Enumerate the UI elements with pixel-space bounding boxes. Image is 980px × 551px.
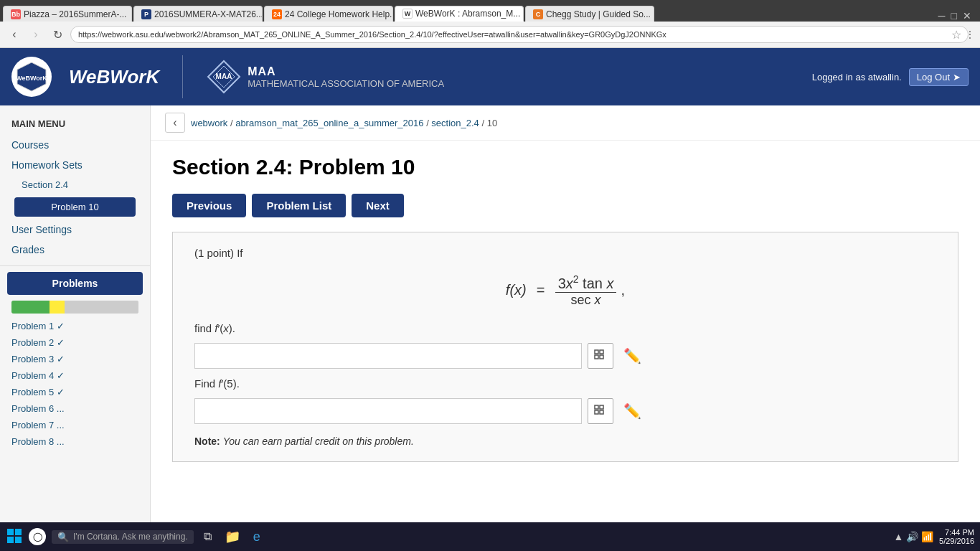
problem-title: Section 2.4: Problem 10 [172, 155, 958, 179]
svg-rect-8 [600, 355, 603, 359]
back-nav-button[interactable]: ‹ [6, 26, 23, 43]
keypad-button-1[interactable] [588, 343, 613, 369]
tab-mat[interactable]: P 2016SUMMERA-X-MAT26... × [133, 6, 263, 22]
keypad-icon-2 [593, 404, 608, 418]
svg-rect-9 [595, 405, 598, 409]
action-buttons: Previous Problem List Next [172, 194, 958, 217]
sidebar-problem-item-4[interactable]: Problem 4 ✓ [0, 367, 150, 384]
app-wrapper: WeBWorK WeBWorK MAA MAA MATHEMATICAL ASS… [0, 48, 980, 551]
math-formula-display: f(x) = 3x2 tan x sec x , [194, 273, 936, 308]
tab-chegg[interactable]: C Chegg Study | Guided So... × [525, 6, 654, 22]
problem-intro-text: (1 point) If [194, 247, 936, 259]
sidebar-problem-item-8[interactable]: Problem 8 ... [0, 433, 150, 450]
search-icon: 🔍 [57, 532, 69, 542]
sidebar-item-problem10[interactable]: Problem 10 [14, 197, 136, 217]
answer-input-1[interactable] [194, 343, 582, 369]
keypad-button-2[interactable] [588, 398, 613, 424]
breadcrumb-course[interactable]: abramson_mat_265_online_a_summer_2016 [235, 118, 423, 128]
clock: 7:44 PM 5/29/2016 [939, 528, 974, 545]
tab-close-piazza[interactable]: × [131, 10, 132, 19]
problem-list-button[interactable]: Problem List [252, 194, 346, 217]
keypad-icon-1 [593, 349, 608, 363]
svg-rect-14 [15, 529, 22, 535]
svg-rect-7 [595, 355, 598, 359]
sidebar-item-homework-sets[interactable]: Homework Sets [0, 155, 150, 175]
svg-text:WeBWorK: WeBWorK [16, 75, 47, 82]
sidebar-item-courses[interactable]: Courses [0, 135, 150, 155]
sidebar-item-section24[interactable]: Section 2.4 [0, 175, 150, 194]
back-button[interactable]: ‹ [165, 113, 185, 133]
header-left: WeBWorK WeBWorK MAA MAA MATHEMATICAL ASS… [11, 55, 444, 98]
main-menu-label: MAIN MENU [0, 113, 150, 135]
maximize-icon[interactable]: □ [951, 10, 957, 22]
file-explorer-button[interactable]: 📁 [222, 527, 242, 547]
maa-diamond-icon: MAA [206, 59, 242, 95]
forward-nav-button[interactable]: › [27, 26, 44, 43]
pencil-button-2[interactable]: ✏️ [619, 398, 645, 424]
tab-favicon-chegg: C [533, 9, 543, 19]
content-area: ‹ webwork / abramson_mat_265_online_a_su… [151, 105, 980, 551]
tab-piazza[interactable]: Bb Piazza – 2016SummerA-... × [3, 6, 132, 22]
problem-box: (1 point) If f(x) = 3x2 tan x sec x , fi… [172, 232, 958, 462]
browser-chrome: Bb Piazza – 2016SummerA-... × P 2016SUMM… [0, 0, 980, 48]
address-bar: ‹ › ↻ ☆ ⋮ [0, 22, 980, 47]
close-icon[interactable]: ✕ [963, 10, 971, 22]
star-icon[interactable]: ☆ [951, 28, 961, 42]
sidebar-problem-item-7[interactable]: Problem 7 ... [0, 417, 150, 433]
taskbar-left: ◯ 🔍 I'm Cortana. Ask me anything. ⧉ 📁 e [6, 527, 267, 547]
answer-row-1: ✏️ [194, 343, 936, 369]
breadcrumb-webwork[interactable]: webwork [191, 118, 227, 128]
webwork-badge-icon: WeBWorK [14, 59, 50, 95]
svg-text:MAA: MAA [216, 72, 232, 80]
svg-rect-10 [600, 405, 603, 409]
sidebar-problem-item-1[interactable]: Problem 1 ✓ [0, 318, 150, 334]
breadcrumb-section[interactable]: section_2.4 [431, 118, 479, 128]
next-button[interactable]: Next [352, 194, 404, 217]
taskbar-right: ▲ 🔊 📶 7:44 PM 5/29/2016 [893, 528, 974, 545]
logout-button[interactable]: Log Out ➤ [909, 68, 969, 86]
edge-button[interactable]: e [247, 527, 267, 547]
cortana-search[interactable]: 🔍 I'm Cortana. Ask me anything. [52, 530, 194, 544]
find-fprime-label: find f′(x). [194, 322, 936, 334]
sidebar-item-grades[interactable]: Grades [0, 240, 150, 260]
address-input[interactable] [70, 26, 969, 43]
tab-webwork[interactable]: W WeBWorK : Abramson_M... × [395, 6, 524, 22]
sidebar-problem-item-5[interactable]: Problem 5 ✓ [0, 384, 150, 400]
tab-24hw[interactable]: 24 24 College Homework Help... × [264, 6, 393, 22]
start-button[interactable] [6, 527, 23, 547]
minimize-icon[interactable]: ─ [938, 10, 946, 22]
pencil-button-1[interactable]: ✏️ [619, 343, 645, 369]
header-divider [182, 55, 183, 98]
webwork-logo-area: WeBWorK [11, 57, 52, 97]
cortana-button[interactable]: ◯ [27, 527, 47, 547]
breadcrumb-bar: ‹ webwork / abramson_mat_265_online_a_su… [151, 105, 980, 141]
math-fraction: 3x2 tan x sec x [555, 273, 617, 308]
task-view-button[interactable]: ⧉ [198, 527, 218, 547]
sidebar-item-user-settings[interactable]: User Settings [0, 220, 150, 240]
taskbar-icons-area: ▲ 🔊 📶 [893, 531, 933, 542]
svg-rect-5 [595, 350, 598, 354]
svg-rect-11 [595, 410, 598, 414]
svg-rect-12 [600, 410, 603, 414]
sidebar-problem-item-2[interactable]: Problem 2 ✓ [0, 334, 150, 351]
problem-list: Problem 1 ✓Problem 2 ✓Problem 3 ✓Problem… [0, 318, 150, 450]
taskbar: ◯ 🔍 I'm Cortana. Ask me anything. ⧉ 📁 e … [0, 522, 980, 551]
answer-input-2[interactable] [194, 398, 582, 424]
sidebar-divider [0, 265, 150, 266]
extensions-button[interactable]: ⋮ [966, 29, 974, 39]
windows-logo-icon [6, 527, 23, 545]
tab-favicon-piazza: Bb [11, 9, 21, 19]
sidebar-problem-item-6[interactable]: Problem 6 ... [0, 400, 150, 417]
problem-content: Section 2.4: Problem 10 Previous Problem… [151, 141, 980, 491]
main-layout: MAIN MENU Courses Homework Sets Section … [0, 105, 980, 551]
answer-row-2: ✏️ [194, 398, 936, 424]
svg-rect-15 [7, 537, 14, 543]
sidebar-problem-item-3[interactable]: Problem 3 ✓ [0, 351, 150, 367]
reload-button[interactable]: ↻ [49, 26, 66, 43]
top-header: WeBWorK WeBWorK MAA MAA MATHEMATICAL ASS… [0, 48, 980, 105]
progress-gray-segment [65, 301, 138, 314]
previous-button[interactable]: Previous [172, 194, 246, 217]
header-right: Logged in as atwallin. Log Out ➤ [812, 68, 969, 86]
progress-bar [11, 301, 138, 314]
maa-text-block: MAA MATHEMATICAL ASSOCIATION OF AMERICA [248, 65, 444, 89]
